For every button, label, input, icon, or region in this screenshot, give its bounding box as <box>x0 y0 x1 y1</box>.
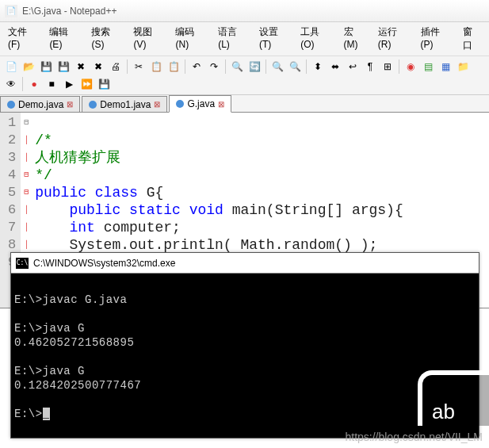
window-title: E:\G.java - Notepad++ <box>22 6 117 17</box>
cut-icon[interactable]: ✂ <box>131 59 147 75</box>
code-line: int computer; <box>35 220 181 235</box>
cmd-body[interactable]: E:\>javac G.java E:\>java G 0.4620527215… <box>11 274 479 438</box>
tab-demo1-java[interactable]: Demo1.java⊠ <box>82 96 167 112</box>
menu-language[interactable]: 语言(L) <box>213 24 253 54</box>
code-line: public class G{ <box>35 185 163 201</box>
watermark: https://blog.csdn.net/VII_LM <box>345 431 483 443</box>
app-icon: 📄 <box>5 5 17 17</box>
tab-close-icon[interactable]: ⊠ <box>67 100 73 109</box>
tab-close-icon[interactable]: ⊠ <box>218 100 224 109</box>
undo-icon[interactable]: ↶ <box>189 59 204 75</box>
tab-g-java[interactable]: G.java⊠ <box>169 95 231 113</box>
separator <box>306 59 307 74</box>
menubar: 文件(F) 编辑(E) 搜索(S) 视图(V) 编码(N) 语言(L) 设置(T… <box>0 22 489 56</box>
tabbar: Demo.java⊠ Demo1.java⊠ G.java⊠ <box>0 95 489 113</box>
cmd-titlebar[interactable]: C:\ C:\WINDOWS\system32\cmd.exe <box>11 253 479 274</box>
play-icon[interactable]: ▶ <box>61 76 77 92</box>
cmd-title: C:\WINDOWS\system32\cmd.exe <box>33 258 175 269</box>
menu-view[interactable]: 视图(V) <box>128 24 169 54</box>
tab-label: Demo1.java <box>100 99 151 110</box>
play-multi-icon[interactable]: ⏩ <box>78 76 94 92</box>
menu-macro[interactable]: 宏(M) <box>339 24 372 54</box>
sync-h-icon[interactable]: ⬌ <box>327 59 343 75</box>
code-line: System.out.println( Math.random() ); <box>35 237 377 253</box>
separator <box>22 77 23 91</box>
find-icon[interactable]: 🔍 <box>229 59 245 75</box>
new-file-icon[interactable]: 📄 <box>3 59 19 75</box>
code-line: public static void main(String[] args){ <box>35 202 403 218</box>
print-icon[interactable]: 🖨 <box>108 59 124 75</box>
cmd-window: C:\ C:\WINDOWS\system32\cmd.exe E:\>java… <box>10 252 479 438</box>
doc-map-icon[interactable]: ▤ <box>420 59 436 75</box>
separator <box>127 59 128 74</box>
code-line: */ <box>35 167 52 183</box>
record-icon[interactable]: ● <box>26 76 42 92</box>
menu-window[interactable]: 窗口 <box>458 24 486 54</box>
close-icon[interactable]: ✖ <box>73 59 89 75</box>
menu-plugins[interactable]: 插件(P) <box>416 24 457 54</box>
toolbar: 📄 📂 💾 💾 ✖ ✖ 🖨 ✂ 📋 📋 ↶ ↷ 🔍 🔄 🔍 🔍 ⬍ ⬌ ↩ ¶ … <box>0 56 489 95</box>
cmd-icon: C:\ <box>16 258 29 269</box>
separator <box>266 59 266 74</box>
zoom-out-icon[interactable]: 🔍 <box>287 59 303 75</box>
ime-label: ab <box>432 400 455 424</box>
zoom-in-icon[interactable]: 🔍 <box>269 59 285 75</box>
tab-label: G.java <box>187 98 215 109</box>
open-file-icon[interactable]: 📂 <box>21 59 36 75</box>
code-line: /* <box>35 132 52 148</box>
all-chars-icon[interactable]: ¶ <box>362 59 378 75</box>
separator <box>399 59 399 74</box>
redo-icon[interactable]: ↷ <box>206 59 222 75</box>
menu-file[interactable]: 文件(F) <box>3 24 43 54</box>
menu-search[interactable]: 搜索(S) <box>86 24 127 54</box>
copy-icon[interactable]: 📋 <box>148 59 164 75</box>
separator <box>225 59 226 74</box>
folder-icon[interactable]: 📁 <box>455 59 471 75</box>
wrap-icon[interactable]: ↩ <box>345 59 361 75</box>
file-modified-icon <box>7 101 15 109</box>
save-icon[interactable]: 💾 <box>38 59 54 75</box>
menu-tools[interactable]: 工具(O) <box>296 24 337 54</box>
sync-v-icon[interactable]: ⬍ <box>310 59 326 75</box>
menu-encoding[interactable]: 编码(N) <box>170 24 212 54</box>
save-all-icon[interactable]: 💾 <box>55 59 71 75</box>
monitor-icon[interactable]: 👁 <box>3 76 19 92</box>
tab-demo-java[interactable]: Demo.java⊠ <box>0 96 80 112</box>
tab-close-icon[interactable]: ⊠ <box>154 100 160 109</box>
menu-run[interactable]: 运行(R) <box>373 24 415 54</box>
file-modified-icon <box>89 101 97 109</box>
stop-icon[interactable]: ■ <box>44 76 59 92</box>
func-list-icon[interactable]: ▦ <box>437 59 453 75</box>
ime-overlay: ab <box>418 370 489 426</box>
file-modified-icon <box>176 100 184 108</box>
cmd-cursor: _ <box>43 408 50 420</box>
tab-label: Demo.java <box>18 99 63 110</box>
code-line: 人机猜拳扩展 <box>35 150 120 166</box>
paste-icon[interactable]: 📋 <box>166 59 181 75</box>
save-macro-icon[interactable]: 💾 <box>96 76 112 92</box>
titlebar: 📄 E:\G.java - Notepad++ <box>0 0 489 22</box>
lang-icon[interactable]: ◉ <box>403 59 418 75</box>
close-all-icon[interactable]: ✖ <box>90 59 106 75</box>
separator <box>185 59 185 74</box>
indent-guide-icon[interactable]: ⊞ <box>380 59 395 75</box>
menu-settings[interactable]: 设置(T) <box>254 24 294 54</box>
menu-edit[interactable]: 编辑(E) <box>44 24 85 54</box>
replace-icon[interactable]: 🔄 <box>246 59 262 75</box>
